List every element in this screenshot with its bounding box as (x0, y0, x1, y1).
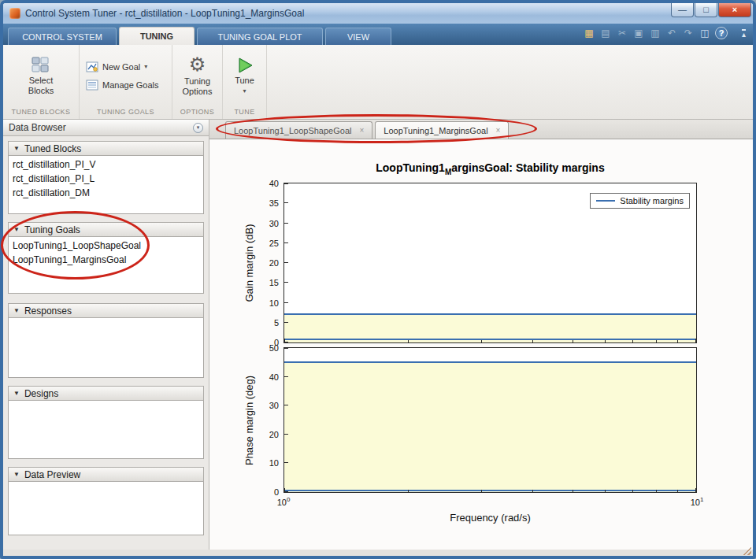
ribbon-tab-bar: CONTROL SYSTEM TUNING TUNING GOAL PLOT V… (3, 24, 753, 45)
xtick-minor-mark (408, 340, 409, 342)
browser-menu-button[interactable]: ▾ (193, 123, 203, 133)
xtick-minor-mark (632, 340, 633, 342)
xtick-minor-mark (605, 490, 606, 492)
ytick-label: 0 (274, 487, 279, 497)
list-item[interactable]: rct_distillation_PI_L (9, 172, 203, 186)
phase-margin-ylabel: Phase margin (deg) (243, 375, 255, 465)
gain-margin-baseline-line (284, 339, 696, 340)
section-title: Designs (24, 388, 58, 399)
ytick-mark (284, 462, 288, 463)
paste-icon[interactable]: ▥ (649, 27, 662, 39)
copy-icon[interactable]: ▣ (632, 27, 645, 39)
ytick-mark (284, 282, 288, 283)
list-item[interactable]: rct_distillation_PI_V (9, 157, 203, 172)
data-preview-list[interactable] (8, 482, 204, 535)
collapse-arrow-icon: ▼ (13, 471, 20, 478)
tab-tuning-goal-plot[interactable]: TUNING GOAL PLOT (197, 28, 323, 45)
data-browser-title: Data Browser (9, 122, 66, 133)
plot-browser-icon[interactable]: ▦ (583, 27, 595, 39)
list-item[interactable]: LoopTuning1_MarginsGoal (9, 253, 203, 267)
tuning-options-button[interactable]: ⚙ Tuning Options (173, 52, 222, 98)
ytick-label: 10 (269, 458, 279, 468)
tune-dropdown-icon: ▾ (243, 87, 246, 94)
legend-line-sample (596, 200, 615, 202)
help-icon[interactable]: ? (715, 27, 728, 39)
close-button[interactable]: × (718, 3, 751, 17)
maximize-button[interactable]: □ (695, 3, 717, 17)
content-area: Data Browser ▾ ▼ Tuned Blocks rct_distil… (3, 120, 753, 550)
tune-button[interactable]: Tune ▾ (226, 54, 264, 97)
redo-icon[interactable]: ↷ (682, 27, 695, 39)
select-blocks-label: Select Blocks (20, 76, 62, 95)
xtick-minor-mark (632, 490, 633, 492)
tab-tuning[interactable]: TUNING (119, 27, 195, 45)
status-bar (3, 550, 753, 556)
ytick-label: 20 (269, 430, 279, 439)
shaded-requirement-region (284, 362, 696, 492)
ytick-label: 5 (274, 318, 279, 328)
minimize-ribbon-icon[interactable]: ▴ (742, 29, 746, 38)
new-goal-dropdown-icon: ▾ (144, 63, 147, 70)
section-title: Responses (24, 305, 72, 317)
save-icon[interactable]: ▤ (599, 27, 612, 39)
xtick-label-1: 100 (277, 496, 291, 507)
responses-list[interactable] (8, 318, 204, 378)
new-goal-button[interactable]: New Goal ▾ (86, 61, 147, 72)
ribbon-group-tuning-goals: New Goal ▾ Manage Goals TUNING GOALS (80, 45, 172, 119)
minimize-icon: — (678, 5, 687, 14)
xtick-major-mark (695, 339, 696, 342)
ytick-label: 10 (269, 298, 279, 308)
section-header-data-preview[interactable]: ▼ Data Preview (8, 467, 204, 482)
section-label-options: OPTIONS (172, 106, 222, 119)
window-layout-icon[interactable]: ◫ (699, 27, 711, 39)
tab-view[interactable]: VIEW (325, 28, 391, 45)
section-title: Tuning Goals (24, 224, 80, 235)
doc-tab-label: LoopTuning1_MarginsGoal (384, 126, 487, 135)
doc-tab-loopshapegoal[interactable]: LoopTuning1_LoopShapeGoal × (225, 121, 372, 139)
ytick-mark (284, 434, 288, 435)
xtick-minor-mark (573, 340, 573, 342)
ytick-mark (284, 262, 288, 263)
tuned-blocks-list[interactable]: rct_distillation_PI_V rct_distillation_P… (8, 156, 204, 214)
data-browser-panel: Data Browser ▾ ▼ Tuned Blocks rct_distil… (3, 120, 209, 550)
close-tab-icon[interactable]: × (496, 126, 501, 135)
section-header-responses[interactable]: ▼ Responses (8, 303, 204, 318)
section-title: Tuned Blocks (24, 143, 81, 154)
manage-goals-button[interactable]: Manage Goals (86, 80, 159, 91)
xtick-minor-mark (532, 490, 533, 492)
title-bar[interactable]: Control System Tuner - rct_distillation … (3, 3, 753, 24)
legend-label: Stability margins (620, 196, 684, 205)
select-blocks-button[interactable]: Select Blocks (17, 53, 65, 98)
section-header-tuned-blocks[interactable]: ▼ Tuned Blocks (8, 141, 204, 156)
doc-tab-label: LoopTuning1_LoopShapeGoal (234, 126, 351, 135)
designs-list[interactable] (8, 401, 204, 459)
close-tab-icon[interactable]: × (359, 126, 364, 135)
section-header-tuning-goals[interactable]: ▼ Tuning Goals (8, 222, 204, 237)
phase-margin-requirement-line (284, 361, 696, 363)
minimize-button[interactable]: — (671, 3, 694, 17)
xtick-minor-mark (573, 490, 573, 492)
phase-margin-plot[interactable]: Phase margin (deg) 01020304050 (284, 347, 697, 493)
tuning-goals-list[interactable]: LoopTuning1_LoopShapeGoal LoopTuning1_Ma… (8, 237, 204, 294)
tab-control-system[interactable]: CONTROL SYSTEM (8, 28, 117, 45)
undo-icon[interactable]: ↶ (665, 27, 678, 39)
list-item[interactable]: rct_distillation_DM (9, 186, 203, 200)
collapse-arrow-icon: ▼ (13, 145, 20, 152)
section-label-tuning-goals: TUNING GOALS (80, 106, 172, 119)
ytick-label: 30 (269, 219, 279, 228)
ytick-mark (284, 348, 288, 349)
list-item[interactable]: LoopTuning1_LoopShapeGoal (9, 239, 203, 253)
tuning-options-label: Tuning Options (176, 76, 219, 96)
ribbon-group-options: ⚙ Tuning Options OPTIONS (172, 45, 223, 119)
maximize-icon: □ (703, 5, 709, 14)
xtick-label-10: 101 (691, 496, 704, 507)
new-goal-label: New Goal (102, 62, 140, 72)
collapse-arrow-icon: ▼ (13, 307, 20, 314)
manage-goals-icon (86, 80, 98, 91)
data-browser-sections: ▼ Tuned Blocks rct_distillation_PI_V rct… (3, 136, 209, 550)
cut-icon[interactable]: ✂ (616, 27, 628, 39)
ribbon-filler (267, 45, 753, 119)
gain-margin-plot[interactable]: Gain margin (dB) Stability margins 05101… (284, 183, 697, 343)
section-header-designs[interactable]: ▼ Designs (8, 386, 204, 401)
doc-tab-marginsgoal[interactable]: LoopTuning1_MarginsGoal × (375, 121, 509, 139)
